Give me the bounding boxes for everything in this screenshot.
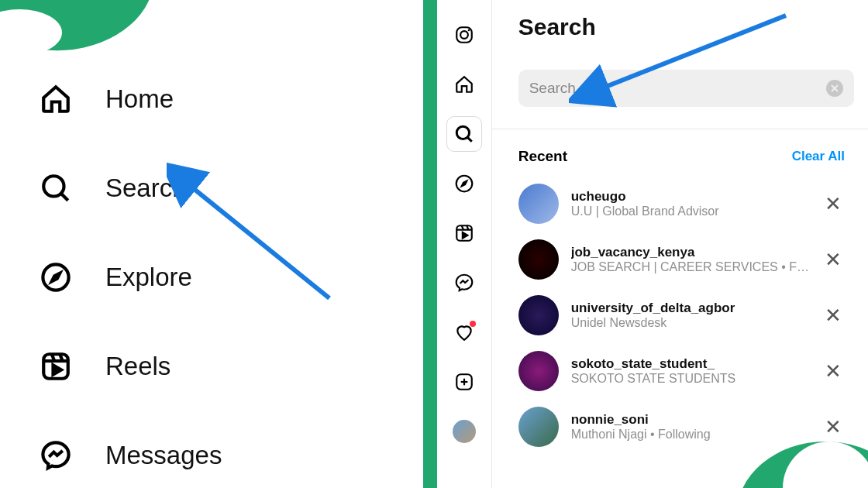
- avatar-icon: [453, 420, 476, 443]
- avatar: [518, 184, 559, 224]
- nav-item-home[interactable]: Home: [39, 54, 423, 143]
- search-pane: Search Recent Clear All ucheugo U.U | Gl…: [491, 0, 868, 488]
- left-nav-panel: Home Search Explore Reels Messages: [0, 0, 423, 488]
- search-result-item[interactable]: job_vacancy_kenya JOB SEARCH | CAREER SE…: [518, 232, 854, 287]
- nav-label: Reels: [105, 352, 170, 381]
- clear-input-button[interactable]: [826, 80, 843, 97]
- result-subtitle: JOB SEARCH | CAREER SERVICES • F…: [571, 260, 809, 274]
- search-result-item[interactable]: ucheugo U.U | Global Brand Advisor ✕: [518, 176, 854, 232]
- result-username: nonnie_soni: [571, 412, 809, 428]
- nav-item-reels[interactable]: Reels: [39, 321, 423, 411]
- clear-all-button[interactable]: Clear All: [792, 149, 845, 164]
- result-subtitle: U.U | Global Brand Advisor: [571, 204, 809, 218]
- rail-reels[interactable]: [446, 215, 482, 251]
- result-username: sokoto_state_student_: [571, 356, 809, 372]
- nav-label: Messages: [105, 441, 222, 470]
- nav-item-explore[interactable]: Explore: [39, 232, 423, 321]
- search-title: Search: [518, 14, 854, 40]
- rail-messages[interactable]: [446, 265, 482, 301]
- avatar: [518, 295, 559, 335]
- svg-point-11: [460, 31, 468, 39]
- svg-point-12: [467, 29, 470, 32]
- reels-icon: [39, 349, 73, 383]
- remove-result-button[interactable]: ✕: [822, 192, 845, 216]
- svg-marker-8: [53, 365, 62, 374]
- remove-result-button[interactable]: ✕: [822, 415, 845, 439]
- avatar: [518, 239, 559, 280]
- result-username: ucheugo: [571, 189, 809, 204]
- recent-heading: Recent: [518, 148, 567, 165]
- home-icon: [39, 82, 73, 116]
- result-subtitle: SOKOTO STATE STUDENTS: [571, 372, 809, 386]
- avatar: [518, 407, 559, 447]
- result-subtitle: Muthoni Njagi • Following: [571, 428, 809, 442]
- remove-result-button[interactable]: ✕: [822, 248, 845, 272]
- nav-rail: [437, 0, 491, 488]
- remove-result-button[interactable]: ✕: [822, 304, 845, 328]
- nav-item-messages[interactable]: Messages: [39, 411, 423, 488]
- nav-item-search[interactable]: Search: [39, 143, 423, 232]
- search-result-item[interactable]: sokoto_state_student_ SOKOTO STATE STUDE…: [518, 343, 854, 399]
- search-icon: [39, 171, 73, 205]
- avatar: [518, 351, 559, 391]
- result-subtitle: Unidel Newsdesk: [571, 316, 809, 330]
- result-username: university_of_delta_agbor: [571, 301, 809, 316]
- svg-point-0: [43, 176, 64, 196]
- search-results-list: ucheugo U.U | Global Brand Advisor ✕ job…: [518, 176, 854, 455]
- remove-result-button[interactable]: ✕: [822, 359, 845, 383]
- rail-create[interactable]: [446, 364, 482, 400]
- rail-explore[interactable]: [446, 166, 482, 201]
- svg-point-13: [456, 126, 469, 139]
- svg-line-14: [467, 137, 471, 141]
- nav-label: Explore: [105, 263, 192, 292]
- rail-home[interactable]: [446, 67, 482, 102]
- rail-instagram-logo[interactable]: [446, 17, 482, 53]
- rail-profile[interactable]: [446, 414, 482, 449]
- svg-marker-16: [461, 181, 467, 187]
- result-username: job_vacancy_kenya: [571, 245, 809, 260]
- nav-label: Home: [105, 84, 174, 114]
- nav-label: Search: [105, 174, 187, 203]
- svg-marker-21: [463, 232, 468, 239]
- svg-line-1: [61, 194, 68, 201]
- panel-divider: [423, 0, 437, 488]
- compass-icon: [39, 260, 73, 294]
- svg-marker-3: [52, 273, 60, 281]
- rail-notifications[interactable]: [446, 314, 482, 350]
- search-field[interactable]: [518, 70, 854, 107]
- messenger-icon: [39, 438, 73, 473]
- notification-dot: [470, 321, 476, 327]
- search-result-item[interactable]: university_of_delta_agbor Unidel Newsdes…: [518, 287, 854, 343]
- right-panel: Search Recent Clear All ucheugo U.U | Gl…: [437, 0, 868, 488]
- search-input[interactable]: [529, 80, 826, 97]
- rail-search[interactable]: [446, 116, 482, 152]
